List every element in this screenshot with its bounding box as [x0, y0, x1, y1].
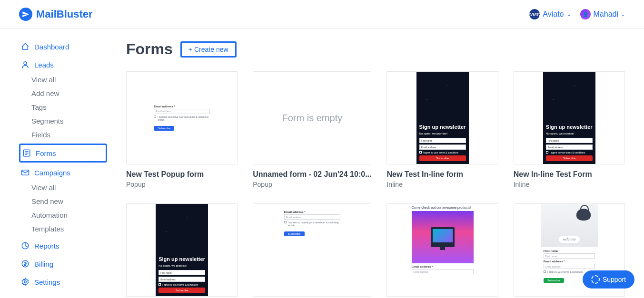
page-title: Forms [126, 40, 173, 58]
sidebar-item-campaigns-sendnew[interactable]: Send new [31, 194, 107, 208]
forms-grid: Email address * Email address I consent … [126, 71, 625, 297]
support-label: Support [603, 276, 626, 283]
sidebar-item-dashboard[interactable]: Dashboard [19, 38, 107, 55]
create-button-label: Create new [194, 46, 228, 53]
support-button[interactable]: Support [583, 270, 634, 288]
sidebar-item-label: Billing [34, 260, 53, 268]
home-icon [21, 42, 30, 51]
form-preview: Form is empty [253, 71, 371, 164]
preview-input: Email address [284, 214, 340, 220]
support-icon [591, 275, 600, 284]
preview-subtitle: No spam, we promise! [159, 264, 205, 267]
user-selector[interactable]: 👤 Mahadi ⌄ [580, 9, 625, 19]
preview-input: Email address [546, 144, 593, 150]
sidebar-item-label: Leads [34, 61, 54, 69]
preview-terms: I agree to your terms & conditions [423, 151, 459, 154]
form-title: Unnamed form - 02 Jun'24 10:0... [253, 170, 371, 179]
gear-icon [21, 278, 30, 286]
sidebar-item-billing[interactable]: Billing [19, 256, 107, 272]
empty-state-text: Form is empty [282, 113, 343, 124]
create-new-button[interactable]: + Create new [180, 41, 237, 58]
sidebar-item-label: Dashboard [34, 43, 69, 51]
org-selector[interactable]: AVIATO Aviato ⌄ [529, 9, 570, 19]
form-preview: Email address * Email address I consent … [126, 71, 238, 164]
svg-point-8 [24, 281, 27, 283]
form-preview: Email address * Email address I consent … [253, 203, 371, 297]
chevron-down-icon: ⌄ [621, 12, 625, 17]
preview-terms: I agree to your terms & conditions [547, 270, 583, 273]
page-header: Forms + Create new [126, 40, 625, 58]
sidebar-item-reports[interactable]: Reports [19, 238, 107, 254]
form-preview: Come check out our awesome products! Ema… [386, 203, 498, 297]
form-type: Popup [126, 181, 238, 188]
sidebar: Dashboard Leads View all Add new Tags Se… [0, 29, 107, 298]
user-icon [21, 60, 30, 69]
form-card[interactable]: Email address * Email address I consent … [253, 203, 371, 297]
form-title: New In-line Test Form [514, 170, 625, 179]
form-type: Popup [253, 181, 371, 188]
form-card[interactable]: Form is empty Unnamed form - 02 Jun'24 1… [253, 71, 371, 188]
preview-subscribe: Subscribe [419, 155, 466, 161]
sidebar-item-leads-segments[interactable]: Segments [31, 114, 107, 128]
sidebar-item-campaigns-templates[interactable]: Templates [31, 222, 107, 236]
sidebar-item-leads-addnew[interactable]: Add new [31, 87, 107, 100]
dollar-icon [21, 260, 30, 268]
form-title: New Test Popup form [126, 170, 238, 179]
preview-subscribe: Subscribe [544, 278, 564, 283]
sidebar-item-leads[interactable]: Leads [19, 57, 107, 73]
form-card[interactable]: Sign up newsletter No spam, we promise! … [386, 71, 498, 188]
sidebar-item-campaigns-viewall[interactable]: View all [31, 181, 107, 194]
chevron-down-icon: ⌄ [567, 12, 571, 17]
preview-subscribe: Subscribe [284, 231, 305, 236]
user-name: Mahadi [594, 10, 618, 19]
form-card[interactable]: Sign up newsletter No spam, we promise! … [126, 203, 238, 297]
svg-point-0 [24, 62, 27, 65]
sidebar-item-label: Settings [34, 278, 60, 286]
sidebar-item-forms[interactable]: Forms [19, 144, 107, 163]
preview-terms: I agree to your terms & conditions [550, 151, 585, 154]
preview-consent: I consent to receive your newsletter & m… [288, 221, 340, 227]
preview-input: First name [419, 138, 466, 143]
sidebar-item-leads-fields[interactable]: Fields [31, 128, 107, 142]
preview-input: First name [546, 138, 593, 143]
logo[interactable]: MailBluster [19, 8, 93, 21]
preview-input: Email address [419, 144, 466, 150]
sidebar-item-settings[interactable]: Settings [19, 274, 107, 290]
sidebar-item-campaigns-automation[interactable]: Automation [31, 208, 107, 222]
preview-input: Email address [154, 109, 210, 114]
preview-label: Email address * [154, 105, 210, 108]
preview-title: Sign up newsletter [159, 256, 205, 262]
preview-subscribe: Subscribe [159, 288, 205, 293]
org-name: Aviato [543, 10, 564, 19]
preview-subtitle: No spam, we promise! [419, 132, 466, 135]
envelope-icon [21, 168, 30, 177]
preview-terms: I agree to your terms & conditions [162, 283, 198, 286]
sidebar-item-label: Reports [34, 242, 59, 250]
preview-label: Email address * [544, 260, 595, 263]
sidebar-item-leads-tags[interactable]: Tags [31, 100, 107, 114]
form-card[interactable]: Email address * Email address I consent … [126, 71, 238, 188]
form-type: Inline [386, 181, 498, 188]
sidebar-item-label: Campaigns [34, 169, 70, 177]
form-icon [22, 149, 31, 157]
logo-icon [19, 8, 32, 21]
welcome-badge: welcome [559, 236, 580, 243]
preview-input: Email address [412, 269, 474, 274]
sidebar-item-leads-viewall[interactable]: View all [31, 73, 107, 87]
form-card[interactable]: Come check out our awesome products! Ema… [386, 203, 498, 297]
form-preview: Sign up newsletter No spam, we promise! … [126, 203, 238, 297]
form-preview: Sign up newsletter No spam, we promise! … [386, 71, 498, 164]
form-card[interactable]: Sign up newsletter No spam, we promise! … [514, 71, 625, 188]
preview-title: Sign up newsletter [546, 124, 593, 130]
plus-icon: + [188, 46, 192, 53]
form-preview: Sign up newsletter No spam, we promise! … [514, 71, 625, 164]
user-avatar: 👤 [580, 9, 591, 19]
preview-input: Email address [159, 277, 205, 282]
sidebar-item-campaigns[interactable]: Campaigns [19, 164, 107, 181]
preview-consent: I consent to receive your newsletter & m… [158, 115, 210, 121]
main-content: Forms + Create new Email address * Email… [107, 29, 644, 298]
preview-input: First name [159, 270, 205, 275]
chart-icon [21, 241, 30, 250]
preview-input: First name [544, 253, 595, 259]
preview-input: Email address [544, 264, 595, 269]
